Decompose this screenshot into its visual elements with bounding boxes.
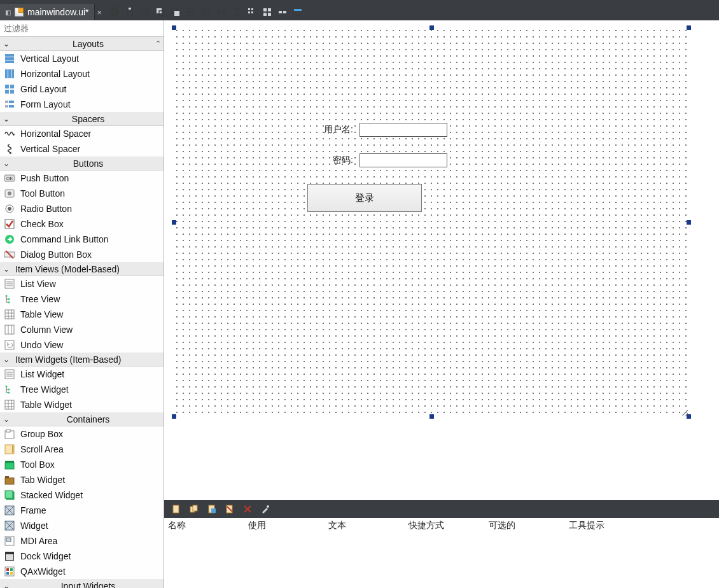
widget-item[interactable]: Table View	[0, 307, 164, 322]
widget-item-label: Command Link Button	[20, 234, 109, 244]
widget-item[interactable]: Radio Button	[0, 201, 164, 216]
document-tab[interactable]: ◧ mainwindow.ui*	[0, 4, 95, 20]
login-button[interactable]: 登录	[307, 184, 422, 212]
resize-handle[interactable]	[429, 414, 434, 419]
resize-handle[interactable]	[687, 220, 691, 225]
widget-item[interactable]: Column View	[0, 322, 164, 337]
config-action-icon[interactable]	[258, 502, 272, 516]
widget-item[interactable]: Group Box	[0, 426, 164, 442]
widget-item[interactable]: Check Box	[0, 216, 164, 232]
username-input[interactable]	[360, 123, 447, 137]
widget-item[interactable]: Horizontal Layout	[0, 66, 164, 81]
svg-rect-22	[248, 11, 250, 13]
widget-item[interactable]: Dock Widget	[0, 549, 164, 564]
widget-item[interactable]: Scroll Area	[0, 442, 164, 457]
col-use[interactable]: 使用	[244, 520, 325, 531]
mdi-icon	[4, 535, 15, 547]
resize-handle[interactable]	[172, 220, 176, 225]
widget-item[interactable]: OK Push Button	[0, 171, 164, 186]
widget-item-label: List View	[20, 279, 56, 289]
category-header[interactable]: ⌄ Input Widgets	[0, 579, 164, 588]
align-h-icon[interactable]	[185, 6, 197, 18]
dup-icon[interactable]	[139, 6, 151, 18]
action-editor-table[interactable]: 名称 使用 文本 快捷方式 可选的 工具提示	[164, 518, 719, 588]
col-checkable[interactable]: 可选的	[485, 520, 565, 531]
grid-large-icon[interactable]	[261, 6, 274, 18]
widget-item[interactable]: Table Widget	[0, 397, 164, 412]
widget-item[interactable]: Widget	[0, 518, 164, 533]
col-tooltip[interactable]: 工具提示	[565, 520, 719, 531]
widget-item[interactable]: Dialog Button Box	[0, 247, 164, 262]
widget-item[interactable]: Stacked Widget	[0, 487, 164, 503]
align-v-icon[interactable]	[200, 6, 213, 18]
radio-icon	[4, 203, 15, 214]
cut-action-icon[interactable]	[223, 502, 237, 516]
form-canvas[interactable]: 用户名: 密码: 登录	[164, 20, 719, 500]
main-window-frame[interactable]: 用户名: 密码: 登录	[173, 27, 690, 417]
widget-item[interactable]: Vertical Spacer	[0, 141, 164, 157]
widget-item-label: Horizontal Spacer	[20, 129, 91, 139]
category-header[interactable]: ⌄ Spacers	[0, 112, 164, 126]
col-text[interactable]: 文本	[325, 520, 405, 531]
widget-item[interactable]: Undo View	[0, 337, 164, 353]
copy-icon[interactable]	[108, 6, 121, 18]
preview-icon[interactable]	[291, 6, 304, 18]
send-back-icon[interactable]	[154, 6, 167, 18]
widget-item-label: Horizontal Layout	[20, 69, 90, 79]
widget-list[interactable]: ⌄ Layouts ⌃ Vertical Layout Horizontal L…	[0, 37, 164, 588]
category-header[interactable]: ⌄ Layouts ⌃	[0, 37, 164, 51]
bring-front-icon[interactable]	[169, 6, 182, 18]
widget-item[interactable]: Tool Box	[0, 457, 164, 472]
widget-item[interactable]: Tab Widget	[0, 472, 164, 487]
col-name[interactable]: 名称	[164, 520, 244, 531]
widget-item[interactable]: List Widget	[0, 367, 164, 382]
widget-item[interactable]: Tree Widget	[0, 382, 164, 397]
svg-rect-40	[5, 90, 9, 94]
widget-item[interactable]: List View	[0, 276, 164, 291]
widget-item[interactable]: Vertical Layout	[0, 51, 164, 66]
close-tab-button[interactable]: ×	[95, 8, 105, 17]
category-header[interactable]: ⌄ Containers	[0, 412, 164, 426]
resize-handle[interactable]	[172, 25, 176, 30]
action-editor-toolbar	[164, 500, 719, 518]
widget-item[interactable]: QAxWidget	[0, 564, 164, 579]
widget-item[interactable]: Tool Button	[0, 186, 164, 201]
category-header[interactable]: ⌄ Item Widgets (Item-Based)	[0, 353, 164, 367]
svg-rect-44	[5, 105, 8, 108]
distribute-h-icon[interactable]	[215, 6, 228, 18]
break-layout-icon[interactable]	[276, 6, 289, 18]
widget-item[interactable]: Tree View	[0, 291, 164, 307]
category-header[interactable]: ⌄ Item Views (Model-Based)	[0, 262, 164, 276]
resize-handle[interactable]	[687, 25, 691, 30]
category-title: Spacers	[13, 114, 164, 124]
svg-rect-111	[193, 505, 197, 511]
widget-item[interactable]: Horizontal Spacer	[0, 126, 164, 141]
widget-item[interactable]: Command Link Button	[0, 232, 164, 247]
paste-action-icon[interactable]	[205, 502, 219, 516]
delete-action-icon[interactable]	[241, 502, 255, 516]
widget-item[interactable]: Grid Layout	[0, 81, 164, 97]
resize-handle[interactable]	[172, 414, 176, 419]
tablev-icon	[4, 399, 15, 410]
widget-item-label: Tree View	[20, 294, 60, 304]
svg-rect-32	[5, 54, 14, 57]
check-icon	[4, 218, 15, 230]
category-header[interactable]: ⌄ Buttons	[0, 157, 164, 171]
paste-icon[interactable]	[123, 6, 136, 18]
grid-small-icon[interactable]	[246, 6, 258, 18]
password-input[interactable]	[360, 153, 447, 167]
size-grip-icon[interactable]	[680, 408, 688, 416]
svg-rect-25	[268, 8, 271, 11]
category-title: Input Widgets	[13, 581, 164, 589]
col-shortcut[interactable]: 快捷方式	[405, 520, 485, 531]
resize-handle[interactable]	[429, 25, 434, 30]
designer-toolbar	[104, 6, 308, 18]
widget-item[interactable]: Form Layout	[0, 97, 164, 112]
widget-filter-input[interactable]	[0, 20, 164, 36]
distribute-v-icon[interactable]	[230, 6, 243, 18]
widget-item[interactable]: MDI Area	[0, 533, 164, 549]
widget-item[interactable]: Frame	[0, 503, 164, 518]
new-action-icon[interactable]	[169, 502, 183, 516]
copy-action-icon[interactable]	[187, 502, 201, 516]
tabw-icon	[4, 474, 15, 486]
